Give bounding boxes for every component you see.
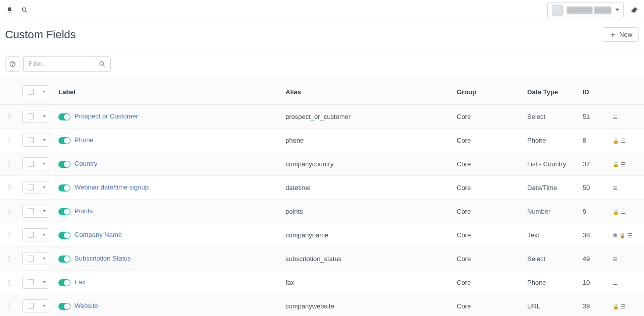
field-group: Core — [453, 247, 523, 271]
lock-icon — [619, 231, 625, 239]
row-select[interactable] — [22, 134, 49, 147]
row-checkbox[interactable] — [28, 161, 34, 167]
field-label-link[interactable]: Prospect or Customer — [75, 112, 138, 120]
bell-icon[interactable] — [6, 7, 13, 14]
row-checkbox[interactable] — [28, 137, 34, 143]
field-alias: points — [281, 200, 453, 223]
filter-input[interactable] — [23, 56, 94, 72]
new-button-label: New — [619, 31, 632, 38]
row-attributes — [613, 231, 640, 239]
table-row: ⋮Company NamecompanynameCoreText38 — [0, 223, 644, 247]
row-select[interactable] — [22, 157, 49, 170]
header-id[interactable]: ID — [579, 79, 609, 105]
fields-table: Label Alias Group Data Type ID ⋮Prospect… — [0, 79, 644, 316]
header-alias[interactable]: Alias — [281, 79, 453, 105]
field-label-link[interactable]: Website — [75, 302, 98, 309]
row-actions-dropdown[interactable] — [39, 134, 49, 146]
field-group: Core — [453, 129, 523, 152]
row-select[interactable] — [22, 252, 49, 265]
row-checkbox[interactable] — [28, 113, 34, 119]
list-icon — [621, 160, 626, 168]
help-button[interactable] — [5, 56, 20, 72]
field-label-link[interactable]: Webinar date/time signup — [75, 183, 149, 191]
svg-line-1 — [26, 11, 27, 12]
new-button[interactable]: New — [603, 27, 639, 42]
field-label-link[interactable]: Company Name — [75, 231, 122, 238]
chevron-down-icon — [615, 9, 619, 11]
list-icon — [613, 255, 618, 263]
published-toggle[interactable] — [58, 303, 70, 310]
field-id: 38 — [579, 223, 609, 247]
published-toggle[interactable] — [58, 137, 70, 144]
row-select[interactable] — [22, 299, 49, 312]
drag-handle[interactable]: ⋮ — [6, 136, 13, 144]
published-toggle[interactable] — [58, 208, 70, 215]
drag-handle[interactable]: ⋮ — [6, 255, 13, 263]
field-label-link[interactable]: Fax — [75, 278, 86, 286]
published-toggle[interactable] — [58, 184, 70, 192]
row-actions-dropdown[interactable] — [39, 229, 49, 241]
published-toggle[interactable] — [58, 232, 70, 239]
field-data-type: Phone — [523, 129, 579, 152]
row-actions-dropdown[interactable] — [39, 205, 49, 217]
chevron-down-icon — [43, 234, 46, 236]
row-select[interactable] — [22, 205, 49, 218]
published-toggle[interactable] — [58, 113, 70, 120]
row-select[interactable] — [22, 110, 49, 123]
row-actions-dropdown[interactable] — [39, 110, 49, 122]
row-select[interactable] — [22, 276, 49, 289]
drag-handle[interactable]: ⋮ — [6, 207, 13, 215]
field-label-link[interactable]: Phone — [75, 136, 94, 144]
field-data-type: List - Country — [523, 152, 579, 176]
row-checkbox[interactable] — [28, 184, 34, 191]
field-alias: prospect_or_customer — [281, 105, 453, 129]
page-title: Custom Fields — [5, 28, 76, 41]
row-actions-dropdown[interactable] — [39, 181, 49, 194]
row-actions-dropdown[interactable] — [39, 300, 49, 312]
field-label-link[interactable]: Subscription Status — [75, 255, 131, 262]
field-alias: datetime — [281, 176, 453, 200]
list-icon — [613, 184, 618, 192]
user-name: ██████ ████ — [567, 7, 611, 14]
drag-handle[interactable]: ⋮ — [6, 302, 13, 310]
published-toggle[interactable] — [58, 161, 70, 168]
field-id: 51 — [579, 105, 609, 129]
list-icon — [613, 113, 618, 120]
list-icon — [621, 208, 626, 215]
select-all-dropdown[interactable] — [39, 86, 49, 98]
header-data-type[interactable]: Data Type — [523, 79, 579, 105]
row-select[interactable] — [22, 181, 49, 194]
gear-icon[interactable] — [631, 7, 638, 14]
field-id: 10 — [579, 271, 609, 294]
row-actions-dropdown[interactable] — [39, 158, 49, 170]
row-checkbox[interactable] — [28, 256, 34, 262]
asterisk-icon — [613, 231, 617, 239]
row-checkbox[interactable] — [28, 303, 34, 309]
row-actions-dropdown[interactable] — [39, 276, 49, 288]
field-label-link[interactable]: Country — [75, 160, 98, 167]
search-icon[interactable] — [21, 7, 28, 14]
filter-search-button[interactable] — [94, 56, 111, 72]
user-menu[interactable]: ██████ ████ — [547, 2, 624, 18]
published-toggle[interactable] — [58, 256, 70, 263]
row-actions-dropdown[interactable] — [39, 252, 49, 265]
drag-handle[interactable]: ⋮ — [6, 160, 13, 168]
row-checkbox[interactable] — [28, 232, 34, 238]
header-group[interactable]: Group — [453, 79, 523, 105]
field-group: Core — [453, 271, 523, 294]
drag-handle[interactable]: ⋮ — [6, 183, 13, 192]
drag-handle[interactable]: ⋮ — [6, 231, 13, 239]
drag-handle[interactable]: ⋮ — [6, 112, 13, 120]
header-label[interactable]: Label — [54, 79, 281, 105]
field-data-type: Number — [523, 200, 579, 223]
row-checkbox[interactable] — [28, 279, 34, 285]
row-select[interactable] — [22, 228, 49, 241]
select-all-checkbox[interactable] — [28, 89, 34, 95]
chevron-down-icon — [43, 281, 46, 283]
select-all[interactable] — [22, 85, 49, 98]
drag-handle[interactable]: ⋮ — [6, 278, 13, 286]
field-label-link[interactable]: Points — [75, 207, 93, 215]
published-toggle[interactable] — [58, 279, 70, 286]
row-checkbox[interactable] — [28, 208, 34, 214]
svg-point-6 — [100, 61, 103, 65]
